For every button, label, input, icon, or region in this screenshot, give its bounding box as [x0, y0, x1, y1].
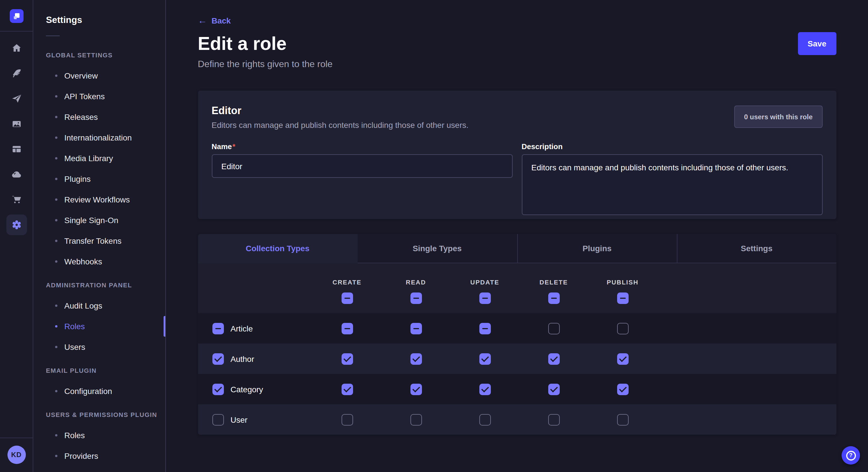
- sidebar-item-overview[interactable]: Overview: [46, 65, 165, 86]
- sidebar-item-webhooks[interactable]: Webhooks: [46, 251, 165, 272]
- save-button[interactable]: Save: [798, 32, 836, 55]
- article-publish-checkbox[interactable]: [617, 323, 628, 334]
- category-update-checkbox[interactable]: [479, 383, 491, 395]
- bullet-icon: [55, 178, 57, 180]
- sidebar-item-configuration[interactable]: Configuration: [46, 381, 165, 401]
- sidebar-item-label: Review Workflows: [64, 195, 130, 204]
- rail-item-cloud[interactable]: [6, 164, 27, 185]
- tab-plugins[interactable]: Plugins: [517, 234, 677, 263]
- bullet-icon: [55, 346, 57, 348]
- sidebar-item-label: Providers: [64, 451, 98, 461]
- sidebar-section: GLOBAL SETTINGSOverviewAPI TokensRelease…: [46, 45, 165, 272]
- sidebar-item-releases[interactable]: Releases: [46, 107, 165, 127]
- avatar[interactable]: KD: [7, 446, 26, 464]
- sidebar-item-label: Single Sign-On: [64, 216, 118, 225]
- category-read-checkbox[interactable]: [410, 383, 422, 395]
- select-all-read-checkbox[interactable]: [410, 292, 422, 304]
- sidebar-section: USERS & PERMISSIONS PLUGINRolesProviders: [46, 404, 165, 466]
- author-create-checkbox[interactable]: [341, 353, 353, 365]
- select-row-author-checkbox[interactable]: [212, 353, 224, 365]
- sidebar-section-label: EMAIL PLUGIN: [46, 360, 165, 381]
- select-row-article-checkbox[interactable]: [212, 323, 224, 334]
- article-read-checkbox[interactable]: [410, 323, 422, 334]
- rail-item-cart[interactable]: [6, 189, 27, 210]
- permissions-grid: CREATEREADUPDATEDELETEPUBLISH ArticleAut…: [198, 263, 836, 435]
- user-update-checkbox[interactable]: [479, 414, 491, 425]
- user-create-checkbox[interactable]: [341, 414, 353, 425]
- select-row-user-checkbox[interactable]: [212, 414, 224, 425]
- sidebar-section-label: ADMINISTRATION PANEL: [46, 275, 165, 295]
- category-create-checkbox[interactable]: [341, 383, 353, 395]
- category-publish-checkbox[interactable]: [617, 383, 628, 395]
- rail-item-gear[interactable]: [6, 214, 27, 235]
- name-field-group: Name*: [212, 142, 513, 217]
- author-read-checkbox[interactable]: [410, 353, 422, 365]
- sidebar-item-api-tokens[interactable]: API Tokens: [46, 86, 165, 107]
- bullet-icon: [55, 325, 57, 328]
- select-all-create-checkbox[interactable]: [341, 292, 353, 304]
- select-row-category-checkbox[interactable]: [212, 383, 224, 395]
- back-link[interactable]: ← Back: [198, 15, 231, 26]
- permission-row-article: Article: [198, 313, 836, 343]
- row-label: Author: [230, 354, 254, 363]
- paper-plane-icon: [11, 93, 22, 104]
- rail-item-feather[interactable]: [6, 63, 27, 84]
- author-delete-checkbox[interactable]: [548, 353, 559, 365]
- select-all-update-checkbox[interactable]: [479, 292, 491, 304]
- sidebar-item-audit-logs[interactable]: Audit Logs: [46, 295, 165, 316]
- sidebar-item-roles[interactable]: Roles: [46, 316, 165, 337]
- select-all-delete-checkbox[interactable]: [548, 292, 559, 304]
- role-card-heading: Editor Editors can manage and publish co…: [212, 104, 468, 131]
- sidebar-item-label: Overview: [64, 71, 98, 80]
- sidebar-section: ADMINISTRATION PANELAudit LogsRolesUsers: [46, 275, 165, 357]
- description-textarea[interactable]: Editors can manage and publish contents …: [522, 154, 823, 215]
- permission-row-author: Author: [198, 343, 836, 374]
- column-header-update: UPDATE: [451, 265, 519, 285]
- main-area: ← Back Edit a role Define the rights giv…: [166, 0, 868, 472]
- user-delete-checkbox[interactable]: [548, 414, 559, 425]
- rail-bottom: KD: [0, 438, 33, 472]
- strapi-logo-icon[interactable]: [9, 9, 23, 23]
- article-update-checkbox[interactable]: [479, 323, 491, 334]
- page-subtitle: Define the rights given to the role: [198, 57, 333, 71]
- article-delete-checkbox[interactable]: [548, 323, 559, 334]
- required-asterisk: *: [232, 142, 236, 151]
- user-read-checkbox[interactable]: [410, 414, 422, 425]
- icon-rail: KD: [0, 0, 33, 472]
- category-delete-checkbox[interactable]: [548, 383, 559, 395]
- layout-icon: [11, 143, 22, 155]
- bullet-icon: [55, 95, 57, 98]
- sidebar-item-label: API Tokens: [64, 92, 105, 101]
- sidebar-item-roles[interactable]: Roles: [46, 425, 165, 446]
- article-create-checkbox[interactable]: [341, 323, 353, 334]
- user-publish-checkbox[interactable]: [617, 414, 628, 425]
- name-input[interactable]: [212, 154, 513, 178]
- tab-collection-types[interactable]: Collection Types: [198, 234, 358, 263]
- question-mark-icon: ?: [846, 450, 856, 460]
- author-publish-checkbox[interactable]: [617, 353, 628, 365]
- sidebar-item-providers[interactable]: Providers: [46, 446, 165, 466]
- author-update-checkbox[interactable]: [479, 353, 491, 365]
- app-window: KD Settings GLOBAL SETTINGSOverviewAPI T…: [0, 0, 868, 472]
- sidebar-item-plugins[interactable]: Plugins: [46, 169, 165, 189]
- role-subtitle: Editors can manage and publish contents …: [212, 119, 468, 131]
- rail-item-layout[interactable]: [6, 139, 27, 160]
- sidebar-item-transfer-tokens[interactable]: Transfer Tokens: [46, 231, 165, 251]
- rail-item-home[interactable]: [6, 38, 27, 59]
- sidebar-item-internationalization[interactable]: Internationalization: [46, 127, 165, 148]
- sidebar-item-media-library[interactable]: Media Library: [46, 148, 165, 169]
- rail-item-paper-plane[interactable]: [6, 88, 27, 109]
- help-button[interactable]: ?: [842, 446, 860, 465]
- tab-settings[interactable]: Settings: [677, 234, 836, 263]
- users-with-role-button[interactable]: 0 users with this role: [734, 105, 823, 128]
- rail-item-media-images[interactable]: [6, 113, 27, 134]
- tab-single-types[interactable]: Single Types: [358, 234, 517, 263]
- sidebar-item-users[interactable]: Users: [46, 337, 165, 357]
- sidebar-item-single-sign-on[interactable]: Single Sign-On: [46, 210, 165, 231]
- permissions-card: Collection TypesSingle TypesPluginsSetti…: [198, 234, 836, 435]
- bullet-icon: [55, 157, 57, 160]
- media-images-icon: [11, 118, 22, 130]
- select-all-publish-checkbox[interactable]: [617, 292, 628, 304]
- sidebar-item-review-workflows[interactable]: Review Workflows: [46, 189, 165, 210]
- name-label: Name*: [212, 142, 513, 151]
